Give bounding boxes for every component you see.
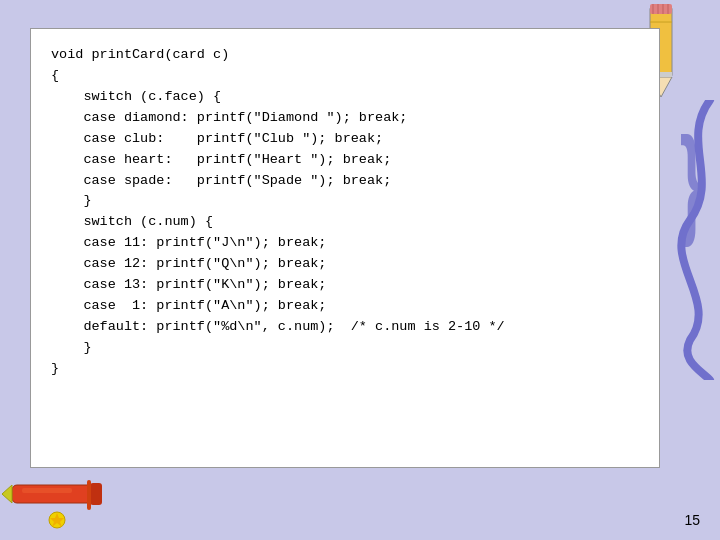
svg-rect-9 [12,485,92,503]
svg-rect-13 [22,488,72,493]
code-box: void printCard(card c) { switch (c.face)… [30,28,660,468]
svg-marker-10 [2,485,12,503]
pen-bottom-left-icon [2,465,112,535]
svg-rect-11 [90,483,102,505]
svg-rect-12 [87,480,91,510]
wave-right-icon [670,100,720,380]
code-content: void printCard(card c) { switch (c.face)… [51,45,639,380]
page-number: 15 [684,512,700,528]
